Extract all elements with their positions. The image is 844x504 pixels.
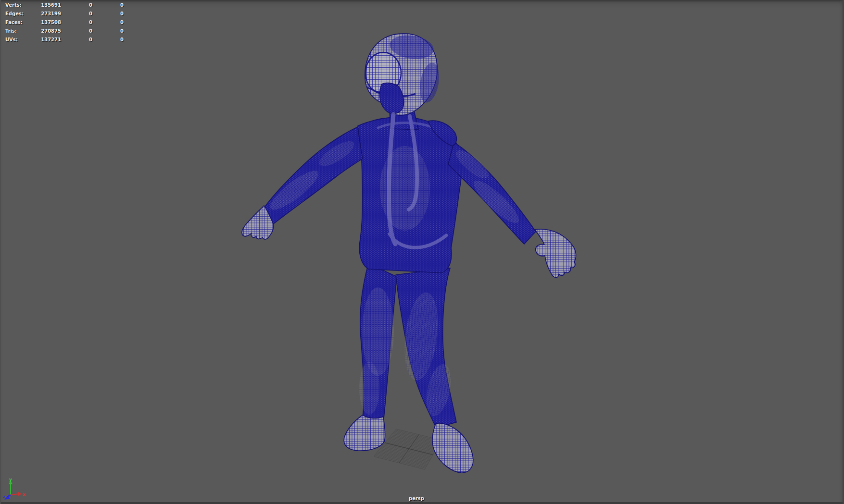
viewport-border-bottom	[0, 502, 844, 504]
hud-value: 0	[103, 11, 124, 17]
pilot-right-boot	[432, 423, 473, 473]
pilot-left-boot	[344, 415, 385, 451]
viewport-3d[interactable]: Verts: 135691 0 0 Edges: 273199 0 0 Face…	[0, 0, 844, 504]
hud-label: Edges:	[5, 11, 24, 17]
axis-label-x: x	[23, 492, 25, 497]
hud-value: 270875	[38, 28, 61, 35]
grid-line	[376, 454, 426, 467]
hud-value: 0	[103, 37, 124, 43]
hud-value: 0	[72, 19, 92, 26]
hud-label: Faces:	[5, 19, 23, 26]
mesh-highlight	[362, 287, 394, 376]
hud-value: 0	[103, 28, 124, 35]
hud-row-edges: Edges: 273199 0 0	[0, 11, 135, 17]
viewport-border-left	[0, 0, 1, 504]
axis-label-z: z	[3, 494, 5, 499]
grid-line	[375, 455, 426, 468]
hud-value: 137508	[38, 19, 61, 26]
camera-name-label: persp	[390, 496, 443, 501]
hud-value: 0	[103, 19, 124, 26]
hud-value: 135691	[38, 2, 61, 9]
hud-row-verts: Verts: 135691 0 0	[0, 2, 135, 9]
grid-line	[377, 453, 427, 466]
grid-line	[414, 438, 432, 467]
hud-label: UVs:	[5, 37, 18, 43]
pilot-right-hand	[535, 229, 576, 278]
hud-value: 0	[103, 2, 124, 9]
grid-line	[374, 456, 425, 469]
hud-value: 137271	[38, 37, 61, 43]
axis-label-y: y	[9, 477, 12, 482]
grid-line	[416, 438, 434, 467]
mesh-highlight	[359, 362, 379, 415]
hud-label: Verts:	[5, 2, 22, 9]
wireframe-pilot-model[interactable]	[242, 33, 576, 473]
scene-canvas[interactable]: y x z	[0, 0, 844, 504]
polycount-hud: Verts: 135691 0 0 Edges: 273199 0 0 Face…	[0, 0, 135, 48]
hud-value: 0	[72, 2, 92, 9]
hud-value: 273199	[38, 11, 61, 17]
hud-value: 0	[72, 11, 92, 17]
view-axis-gizmo: y x z	[3, 477, 25, 500]
hud-value: 0	[72, 37, 92, 43]
hud-row-tris: Tris: 270875 0 0	[0, 28, 135, 35]
hud-label: Tris:	[5, 28, 17, 35]
hud-value: 0	[72, 28, 92, 35]
hud-row-uvs: UVs: 137271 0 0	[0, 37, 135, 43]
hud-row-faces: Faces: 137508 0 0	[0, 19, 135, 26]
